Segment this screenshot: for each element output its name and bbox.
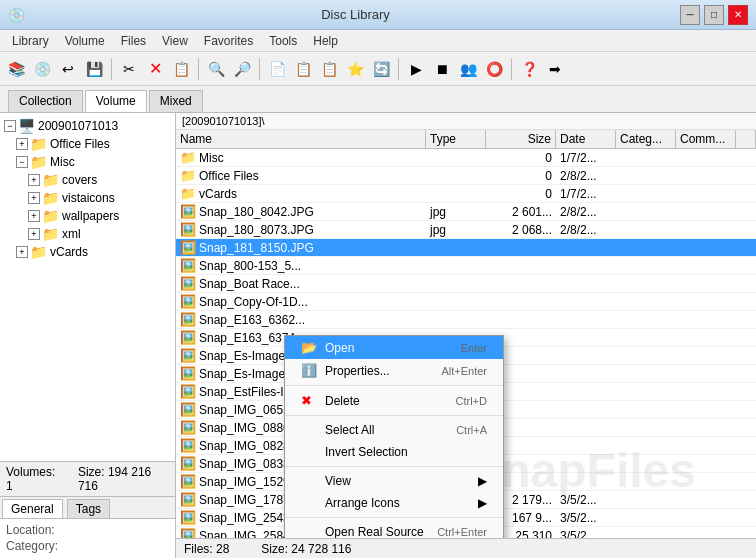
ctx-open-real-source[interactable]: Open Real Source Ctrl+Enter (285, 521, 503, 538)
view-arrow-icon: ▶ (478, 474, 487, 488)
file-comm (676, 427, 736, 429)
tree-icon-wallpapers: 📁 (42, 208, 59, 224)
table-row[interactable]: 🖼️Snap_180_8073.JPG jpg 2 068... 2/8/2..… (176, 221, 756, 239)
table-row[interactable]: 🖼️Snap_E163_6362... (176, 311, 756, 329)
menu-files[interactable]: Files (113, 32, 154, 50)
tree-item-covers[interactable]: + 📁 covers (4, 171, 171, 189)
file-comm (676, 463, 736, 465)
toolbar-stop2-btn[interactable]: ⏹ (430, 57, 454, 81)
menu-volume[interactable]: Volume (57, 32, 113, 50)
table-row[interactable]: 📁Misc 0 1/7/2... (176, 149, 756, 167)
ctx-properties[interactable]: ℹ️ Properties... Alt+Enter (285, 359, 503, 382)
toolbar-save-btn[interactable]: 💾 (82, 57, 106, 81)
tab-general[interactable]: General (2, 499, 63, 518)
file-list[interactable]: Name Type Size Date Categ... Comm... 📁Mi… (176, 130, 756, 538)
menu-tools[interactable]: Tools (261, 32, 305, 50)
file-comm (676, 337, 736, 339)
info-category-row: Category: (6, 539, 169, 553)
col-header-cat[interactable]: Categ... (616, 130, 676, 148)
toolbar-cut-btn[interactable]: ✂ (117, 57, 141, 81)
toolbar-paste-btn[interactable]: 📋 (317, 57, 341, 81)
toolbar-play-btn[interactable]: ▶ (404, 57, 428, 81)
toolbar-library-btn[interactable]: 📚 (4, 57, 28, 81)
col-header-name[interactable]: Name (176, 130, 426, 148)
tree-expander-xml[interactable]: + (28, 228, 40, 240)
toolbar-next-btn[interactable]: ➡ (543, 57, 567, 81)
table-row[interactable]: 📁vCards 0 1/7/2... (176, 185, 756, 203)
toolbar-help-btn[interactable]: ❓ (517, 57, 541, 81)
col-header-size[interactable]: Size (486, 130, 556, 148)
file-date (556, 319, 616, 321)
close-button[interactable]: ✕ (728, 5, 748, 25)
context-menu: 📂 Open Enter ℹ️ Properties... Alt+Enter … (284, 335, 504, 538)
toolbar-stop-btn[interactable]: ✕ (143, 57, 167, 81)
toolbar-fav-btn[interactable]: ⭐ (343, 57, 367, 81)
toolbar-circle-btn[interactable]: ⭕ (482, 57, 506, 81)
volume-status: Volumes: 1 Size: 194 216 716 (0, 461, 175, 496)
tree-item-root[interactable]: − 🖥️ 200901071013 (4, 117, 171, 135)
minimize-button[interactable]: ─ (680, 5, 700, 25)
menu-favorites[interactable]: Favorites (196, 32, 261, 50)
tab-volume[interactable]: Volume (85, 90, 147, 112)
toolbar-zoom-btn[interactable]: 🔎 (230, 57, 254, 81)
tab-collection[interactable]: Collection (8, 90, 83, 112)
total-size: Size: 24 728 116 (261, 542, 351, 556)
tree-item-vcards[interactable]: + 📁 vCards (4, 243, 171, 261)
table-row[interactable]: 🖼️Snap_Copy-Of-1D... (176, 293, 756, 311)
menu-view[interactable]: View (154, 32, 196, 50)
menu-help[interactable]: Help (305, 32, 346, 50)
file-date (556, 391, 616, 393)
file-date (556, 337, 616, 339)
table-row[interactable]: 📁Office Files 0 2/8/2... (176, 167, 756, 185)
tree-item-misc[interactable]: − 📁 Misc (4, 153, 171, 171)
tab-mixed[interactable]: Mixed (149, 90, 203, 112)
file-date (556, 373, 616, 375)
menu-library[interactable]: Library (4, 32, 57, 50)
ctx-invert-selection[interactable]: Invert Selection (285, 441, 503, 463)
ctx-select-all[interactable]: Select All Ctrl+A (285, 419, 503, 441)
toolbar-back-btn[interactable]: ↩ (56, 57, 80, 81)
toolbar-copy-btn[interactable]: 📋 (291, 57, 315, 81)
tree-expander-vistaicons[interactable]: + (28, 192, 40, 204)
tree-expander-covers[interactable]: + (28, 174, 40, 186)
menu-bar: Library Volume Files View Favorites Tool… (0, 30, 756, 52)
col-header-date[interactable]: Date (556, 130, 616, 148)
tree-area[interactable]: − 🖥️ 200901071013 + 📁 Office Files − 📁 M… (0, 113, 175, 461)
toolbar-file-btn[interactable]: 📄 (265, 57, 289, 81)
ctx-view[interactable]: View ▶ (285, 470, 503, 492)
tree-expander-vcards[interactable]: + (16, 246, 28, 258)
tree-item-office[interactable]: + 📁 Office Files (4, 135, 171, 153)
toolbar-search-btn[interactable]: 🔍 (204, 57, 228, 81)
toolbar-disc-btn[interactable]: 💿 (30, 57, 54, 81)
ctx-open[interactable]: 📂 Open Enter (285, 336, 503, 359)
tree-label-root: 200901071013 (38, 119, 118, 133)
maximize-button[interactable]: □ (704, 5, 724, 25)
tree-item-xml[interactable]: + 📁 xml (4, 225, 171, 243)
file-name: 📁Office Files (176, 167, 426, 184)
tree-icon-vcards: 📁 (30, 244, 47, 260)
table-row[interactable]: 🖼️Snap_181_8150.JPG (176, 239, 756, 257)
toolbar-users-btn[interactable]: 👥 (456, 57, 480, 81)
tree-expander-office[interactable]: + (16, 138, 28, 150)
ctx-delete[interactable]: ✖ Delete Ctrl+D (285, 389, 503, 412)
table-row[interactable]: 🖼️Snap_180_8042.JPG jpg 2 601... 2/8/2..… (176, 203, 756, 221)
tree-expander-wallpapers[interactable]: + (28, 210, 40, 222)
tree-icon-root: 🖥️ (18, 118, 35, 134)
toolbar-add-btn[interactable]: 📋 (169, 57, 193, 81)
file-comm (676, 283, 736, 285)
ctx-arrange-icons[interactable]: Arrange Icons ▶ (285, 492, 503, 514)
info-content: Location: Category: (0, 519, 175, 558)
tree-expander-misc[interactable]: − (16, 156, 28, 168)
toolbar-refresh-btn[interactable]: 🔄 (369, 57, 393, 81)
tab-tags[interactable]: Tags (67, 499, 110, 518)
tree-item-vistaicons[interactable]: + 📁 vistaicons (4, 189, 171, 207)
col-header-comm[interactable]: Comm... (676, 130, 736, 148)
table-row[interactable]: 🖼️Snap_Boat Race... (176, 275, 756, 293)
col-header-extra[interactable] (736, 130, 756, 148)
tree-expander-root[interactable]: − (4, 120, 16, 132)
tree-item-wallpapers[interactable]: + 📁 wallpapers (4, 207, 171, 225)
table-row[interactable]: 🖼️Snap_800-153_5... (176, 257, 756, 275)
arrange-arrow-icon: ▶ (478, 496, 487, 510)
col-header-type[interactable]: Type (426, 130, 486, 148)
file-comm (676, 445, 736, 447)
